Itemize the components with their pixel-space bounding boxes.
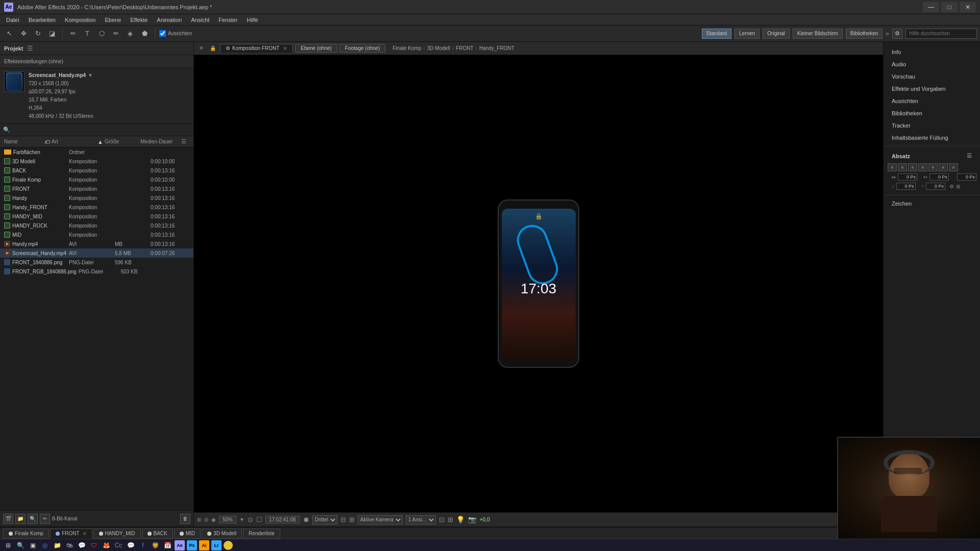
align-left-btn[interactable]: ≡ <box>888 163 897 171</box>
taskbar-files[interactable]: 📁 <box>52 540 62 550</box>
tool-pen[interactable]: ✏ <box>67 28 79 40</box>
tool-brush[interactable]: ✏ <box>110 28 122 40</box>
align-justify-all-btn[interactable]: ≡ <box>928 163 938 171</box>
tool-select[interactable]: ↖ <box>3 28 15 40</box>
taskbar-edge[interactable]: ◎ <box>40 540 50 550</box>
file-row[interactable]: HANDY_RÜCK Komposition 0:00:13:16 <box>0 221 193 230</box>
file-row[interactable]: ▶ Handy.mp4 AVI MB 0:00:13:16 <box>0 239 193 248</box>
workspace-bibliotheken[interactable]: Bibliotheken <box>846 29 883 39</box>
col-sort-icon[interactable]: ▲ <box>97 139 105 145</box>
tool-mask[interactable]: ◪ <box>46 28 58 40</box>
menu-datei[interactable]: Datei <box>2 16 23 24</box>
taskbar-lr[interactable]: Lr <box>211 540 222 550</box>
indent-left-input[interactable] <box>898 173 917 181</box>
right-panel-audio[interactable]: Audio <box>884 58 980 70</box>
breadcrumb-front[interactable]: FRONT <box>456 45 473 51</box>
taskbar-brave[interactable]: 🦁 <box>150 540 160 550</box>
indent-before-input[interactable] <box>896 183 916 190</box>
align-checkbox[interactable] <box>159 30 166 37</box>
interpret-button[interactable]: ✏ <box>40 514 50 524</box>
viewer-tab-footage[interactable]: Footage (ohne) <box>339 44 385 53</box>
taskbar-taskview[interactable]: ▣ <box>28 540 38 550</box>
file-row[interactable]: ▶ Screencast_Handy.mp4 AVI 5,8 MB 0:00:0… <box>0 248 193 258</box>
file-row[interactable]: HANDY_MID Komposition 0:00:13:16 <box>0 212 193 221</box>
right-panel-bibliotheken[interactable]: Bibliotheken <box>884 107 980 119</box>
workspace-kleiner[interactable]: Kleiner Bildschirm <box>793 29 843 39</box>
tl-tab-front[interactable]: FRONT ✕ <box>50 529 92 539</box>
viewer-view-mode-select[interactable]: Drittel Voll Halb <box>312 515 337 524</box>
viewer-record-button[interactable]: ⏺ <box>303 516 309 523</box>
viewer-snapshot-button[interactable]: ⊙ <box>248 516 253 523</box>
workspace-more[interactable]: » <box>886 30 889 37</box>
breadcrumb-handy-front[interactable]: Handy_FRONT <box>479 45 514 51</box>
project-search-input[interactable] <box>12 127 190 133</box>
indent-options-btn[interactable]: ⚙ <box>949 184 954 189</box>
viewer-tab-close[interactable]: ✕ <box>283 46 287 51</box>
taskbar-ai[interactable]: Ai <box>199 540 209 550</box>
indent-right-input[interactable] <box>929 173 949 181</box>
viewer-pixel-button[interactable]: ⊟ <box>340 516 346 523</box>
taskbar-firefox[interactable]: 🦊 <box>101 540 111 550</box>
right-panel-zeichen[interactable]: Zeichen <box>884 197 980 210</box>
tl-tab-renderliste[interactable]: Renderliste <box>243 529 280 539</box>
tl-tab-back[interactable]: BACK <box>142 529 173 539</box>
file-row[interactable]: Finale Komp Komposition 0:00:10:00 <box>0 175 193 184</box>
workspace-standard[interactable]: Standard <box>702 29 732 39</box>
tool-hand[interactable]: ✥ <box>17 28 30 40</box>
menu-komposition[interactable]: Komposition <box>61 16 100 24</box>
search-replace-button[interactable]: 🔍 <box>28 514 38 524</box>
taskbar-calendar[interactable]: 📅 <box>162 540 173 550</box>
close-button[interactable]: ✕ <box>960 2 976 12</box>
file-row[interactable]: 3D Modell Komposition 0:00:10:00 <box>0 157 193 166</box>
project-search-bar[interactable]: 🔍 <box>0 124 193 136</box>
tl-tab-3d-modell[interactable]: 3D Modell <box>202 529 242 539</box>
viewer-comp-button[interactable]: ⊡ <box>439 516 445 523</box>
taskbar-whatsapp[interactable]: 💬 <box>77 540 87 550</box>
taskbar-ps[interactable]: Ps <box>187 540 197 550</box>
tool-puppet[interactable]: ⬟ <box>138 28 151 40</box>
file-row[interactable]: BACK Komposition 0:00:13:16 <box>0 166 193 175</box>
tl-tab-close-icon[interactable]: ✕ <box>83 531 87 536</box>
tl-tab-handy-mid[interactable]: HANDY_MID <box>93 529 141 539</box>
align-center-btn[interactable]: ≡ <box>898 163 907 171</box>
viewer-resolution-button[interactable]: ⊞ <box>349 516 355 523</box>
viewer-3d-button[interactable]: ◉ <box>211 517 216 522</box>
viewer-snapshot-show-button[interactable]: ☐ <box>256 516 262 523</box>
breadcrumb-3dmodell[interactable]: 3D Modell <box>427 45 450 51</box>
titlebar-controls[interactable]: — □ ✕ <box>923 2 976 12</box>
menu-fenster[interactable]: Fenster <box>214 16 241 24</box>
viewer-tab-komposition[interactable]: ⚙ Komposition FRONT ✕ <box>220 44 293 53</box>
project-menu-button[interactable]: ☰ <box>26 44 34 53</box>
viewer-render-button[interactable]: ⊞ <box>448 516 453 523</box>
align-justify-btn[interactable]: ≡ <box>918 163 927 171</box>
tool-shape[interactable]: ⬡ <box>95 28 108 40</box>
settings-icon[interactable]: ⚙ <box>892 29 902 39</box>
file-row[interactable]: Handy_FRONT Komposition 0:00:13:16 <box>0 203 193 212</box>
viewer-zoom-dropdown[interactable]: ▼ <box>239 517 244 522</box>
taskbar-cc[interactable]: Cc <box>113 540 124 550</box>
tool-clone[interactable]: ◈ <box>124 28 136 40</box>
taskbar-malware[interactable]: 🛡 <box>89 540 99 550</box>
delete-button[interactable]: 🗑 <box>180 514 190 524</box>
indent-top-input[interactable] <box>957 173 976 181</box>
viewer-snap-button[interactable]: ⊞ <box>197 517 201 522</box>
taskbar-store[interactable]: 🛍 <box>64 540 75 550</box>
indent-after-input[interactable] <box>926 183 945 190</box>
asset-dropdown-icon[interactable]: ▼ <box>88 71 93 80</box>
viewer-cam-button[interactable]: 📷 <box>468 516 477 523</box>
right-panel-info[interactable]: Info <box>884 46 980 58</box>
help-search-input[interactable] <box>905 29 977 39</box>
viewer-tab-ebene[interactable]: Ebene (ohne) <box>295 44 337 53</box>
file-row[interactable]: MID Komposition 0:00:13:16 <box>0 230 193 239</box>
viewer-timecode[interactable]: 17:02:41:06 <box>265 516 300 523</box>
align-justify-force-btn[interactable]: ≡ <box>939 163 948 171</box>
taskbar-yellow-circle[interactable] <box>224 541 233 550</box>
align-right-btn[interactable]: ≡ <box>908 163 917 171</box>
workspace-original[interactable]: Original <box>763 29 789 39</box>
taskbar-ae[interactable]: Ae <box>175 540 185 550</box>
tl-tab-finale-komp[interactable]: Finale Komp <box>3 529 49 539</box>
viewer-camera-select[interactable]: Aktive Kamera <box>358 515 403 524</box>
viewer-light-button[interactable]: 💡 <box>456 516 465 523</box>
maximize-button[interactable]: □ <box>941 2 958 12</box>
menu-effekte[interactable]: Effekte <box>126 16 152 24</box>
